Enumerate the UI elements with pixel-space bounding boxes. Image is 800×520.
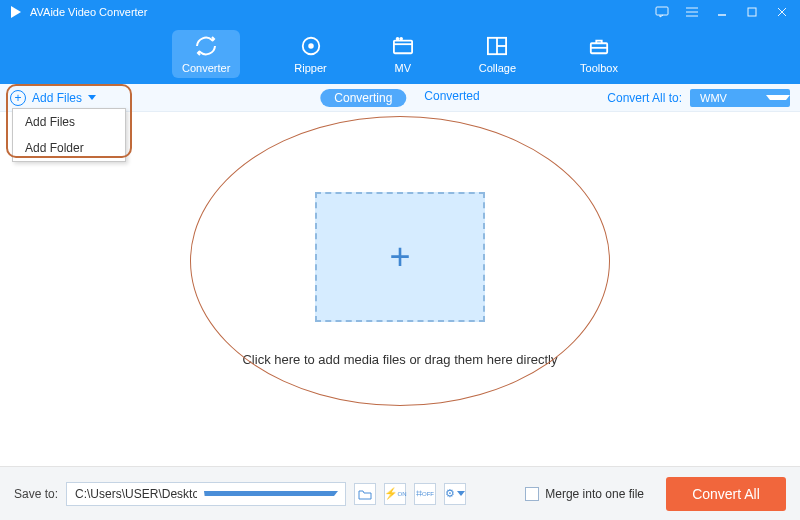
output-format-select[interactable]: WMV: [690, 89, 790, 107]
converter-icon: [194, 34, 218, 58]
nav-collage[interactable]: Collage: [469, 30, 526, 78]
output-format-value: WMV: [700, 92, 727, 104]
chevron-down-icon[interactable]: [204, 491, 339, 496]
chevron-down-icon: [766, 95, 790, 100]
nav-label: Ripper: [294, 62, 326, 74]
collage-icon: [485, 34, 509, 58]
open-folder-button[interactable]: [354, 483, 376, 505]
merge-checkbox-group[interactable]: Merge into one file: [525, 487, 644, 501]
chevron-down-icon: [88, 95, 96, 100]
svg-point-12: [396, 38, 398, 40]
merge-checkbox[interactable]: [525, 487, 539, 501]
add-files-label: Add Files: [32, 91, 82, 105]
gear-icon: ⚙: [445, 487, 455, 500]
toolbox-icon: [587, 34, 611, 58]
minimize-icon[interactable]: [712, 2, 732, 22]
nav-label: Toolbox: [580, 62, 618, 74]
titlebar: AVAide Video Converter: [0, 0, 800, 24]
app-logo-icon: [8, 4, 24, 20]
svg-marker-0: [11, 6, 21, 18]
bottom-bar: Save to: C:\Users\USER\Desktop\draft ⚡ON…: [0, 466, 800, 520]
high-speed-button[interactable]: ⚡ON: [384, 483, 406, 505]
nav-toolbox[interactable]: Toolbox: [570, 30, 628, 78]
dropzone[interactable]: + Click here to add media files or drag …: [242, 192, 557, 367]
svg-rect-6: [748, 8, 756, 16]
gpu-button[interactable]: ⌗OFF: [414, 483, 436, 505]
nav-ripper[interactable]: Ripper: [284, 30, 336, 78]
dropzone-hint: Click here to add media files or drag th…: [242, 352, 557, 367]
ripper-icon: [299, 34, 323, 58]
svg-point-10: [309, 44, 313, 48]
nav-mv[interactable]: MV: [381, 30, 425, 78]
plus-circle-icon: +: [10, 90, 26, 106]
nav-label: Converter: [182, 62, 230, 74]
main-nav: Converter Ripper MV Collage Toolbox: [0, 24, 800, 84]
plus-icon: +: [389, 236, 410, 278]
nav-converter[interactable]: Converter: [172, 30, 240, 78]
save-to-label: Save to:: [14, 487, 58, 501]
maximize-icon[interactable]: [742, 2, 762, 22]
nav-label: MV: [394, 62, 411, 74]
svg-rect-1: [656, 7, 668, 15]
close-icon[interactable]: [772, 2, 792, 22]
dropzone-box: +: [315, 192, 485, 322]
convert-all-button[interactable]: Convert All: [666, 477, 786, 511]
stage: + Click here to add media files or drag …: [0, 112, 800, 466]
convert-all-label: Convert All to:: [607, 91, 682, 105]
tab-converting[interactable]: Converting: [320, 89, 406, 107]
save-path-field[interactable]: C:\Users\USER\Desktop\draft: [66, 482, 346, 506]
svg-point-13: [400, 38, 402, 40]
status-tabs: Converting Converted: [320, 89, 479, 107]
nav-label: Collage: [479, 62, 516, 74]
save-path-value: C:\Users\USER\Desktop\draft: [67, 487, 197, 501]
menu-icon[interactable]: [682, 2, 702, 22]
add-files-button[interactable]: + Add Files: [10, 90, 96, 106]
feedback-icon[interactable]: [652, 2, 672, 22]
tab-converted[interactable]: Converted: [424, 89, 479, 107]
merge-label: Merge into one file: [545, 487, 644, 501]
settings-button[interactable]: ⚙: [444, 483, 466, 505]
mv-icon: [391, 34, 415, 58]
svg-rect-11: [394, 41, 412, 54]
app-title: AVAide Video Converter: [30, 6, 147, 18]
